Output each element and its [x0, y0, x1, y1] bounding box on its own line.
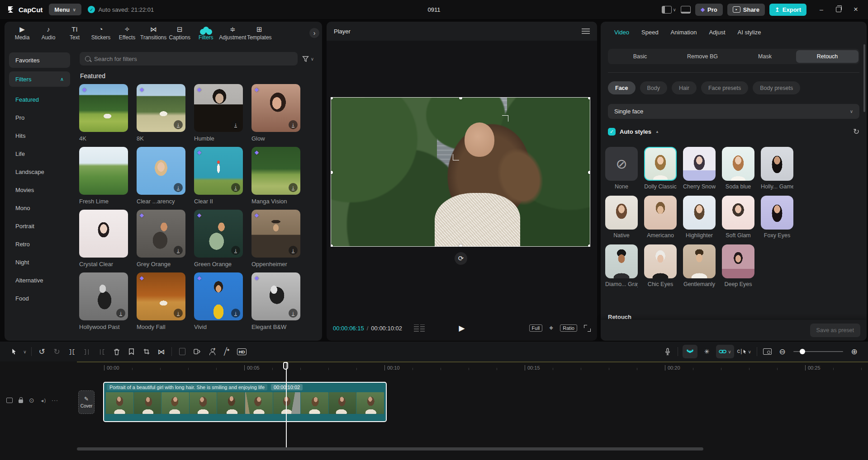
resize-handle[interactable] — [331, 171, 333, 174]
delete-right-button[interactable]: |[ — [94, 345, 109, 358]
filter-card[interactable]: ◆ ↓ 8K — [137, 84, 185, 142]
ai-magic-button[interactable]: ╱✦ — [219, 345, 234, 358]
edit-cover-button[interactable]: ✎ Cover — [78, 390, 95, 414]
style-card[interactable]: ⊘ Diamo... Gray — [605, 244, 638, 287]
retouch-chip[interactable]: Body — [640, 81, 668, 94]
more-options-icon[interactable]: ··· — [52, 397, 58, 404]
sidebar-category-item[interactable]: Featured — [5, 90, 74, 108]
ribbon-expand-button[interactable]: › — [309, 28, 319, 38]
scrollbar[interactable] — [863, 44, 865, 112]
minimize-button[interactable]: – — [814, 3, 829, 16]
filter-card[interactable]: ◆ ↓ Fresh Lime — [79, 147, 128, 205]
filter-card[interactable]: ◆ ↓ Manga Vision — [251, 147, 300, 205]
cursor-follow-button[interactable]: c| ∨ — [734, 345, 754, 358]
retouch-chip[interactable]: Face — [608, 81, 636, 94]
resize-handle[interactable] — [588, 244, 590, 247]
retouch-chip[interactable]: Body presets — [753, 81, 800, 94]
timeline-zoom-slider[interactable] — [793, 351, 843, 352]
style-card[interactable]: ⊘ Cherry Snow — [683, 147, 716, 190]
filter-card[interactable]: ◆ ↓ Oppenheimer — [251, 210, 300, 268]
playhead-handle[interactable] — [283, 362, 288, 370]
filter-card[interactable]: ◆ ↓ Grey Orange — [137, 210, 185, 268]
sidebar-category-item[interactable]: Mono — [5, 199, 74, 217]
filter-card[interactable]: ◆ ↓ 4K — [79, 84, 128, 142]
filter-card[interactable]: ◆ ↓ Vivid — [194, 272, 243, 330]
play-button[interactable]: ▶ — [459, 324, 465, 333]
mute-icon[interactable]: ◄) — [40, 397, 46, 404]
reset-icon[interactable]: ↺ — [853, 127, 859, 136]
subtab[interactable]: Mask — [734, 50, 796, 63]
sidebar-category-item[interactable]: Life — [5, 145, 74, 163]
save-as-preset-button[interactable]: Save as preset — [810, 324, 860, 337]
ribbon-tab[interactable]: ⊞ Templates — [246, 25, 272, 41]
delete-button[interactable] — [109, 345, 124, 358]
property-tab[interactable]: Video — [614, 29, 629, 36]
resize-handle[interactable] — [588, 171, 590, 174]
ribbon-tab[interactable]: ⋈ Transitions — [140, 25, 166, 41]
ribbon-tab[interactable]: ≑ Adjustment — [219, 25, 246, 41]
auto-styles-checkbox[interactable]: ✓ — [608, 128, 616, 136]
ribbon-tab[interactable]: ♪ Audio — [35, 25, 62, 41]
property-tab[interactable]: Animation — [671, 29, 697, 36]
voiceover-button[interactable] — [660, 345, 675, 358]
subtab[interactable]: Retouch — [796, 50, 859, 63]
link-clips-button[interactable]: ∨ — [716, 345, 734, 358]
filter-card[interactable]: ◆ ↓ Clear ...arency — [137, 147, 185, 205]
auto-spacing-button[interactable]: ✳ — [699, 345, 714, 358]
ribbon-tab[interactable]: ✧ Effects — [114, 25, 140, 41]
ribbon-tab[interactable]: ⊟ Captions — [166, 25, 193, 41]
filter-card[interactable]: ◆ ↓ Elegant B&W — [251, 272, 300, 330]
ratio-button[interactable]: Ratio — [560, 324, 577, 332]
ribbon-tab[interactable]: Filters — [193, 25, 219, 41]
sidebar-category-item[interactable]: Portrait — [5, 217, 74, 235]
sidebar-category-item[interactable]: Night — [5, 253, 74, 271]
style-card[interactable]: ⊘ Highlighter — [683, 196, 716, 239]
timeline-ruler[interactable]: 00:0000:0500:1000:1500:2000:25 — [77, 362, 868, 375]
filter-card[interactable]: ◆ ↓ Crystal Clear — [79, 210, 128, 268]
undo-button[interactable]: ↺ — [34, 345, 49, 358]
ribbon-tab[interactable]: ◔ Stickers — [88, 25, 114, 41]
filter-card[interactable]: ◆ ↓ Clear II — [194, 147, 243, 205]
filter-card[interactable]: ◆ ↓ Hollywood Past — [79, 272, 128, 330]
zoom-out-button[interactable]: ⊖ — [775, 345, 790, 358]
subtab[interactable]: Remove BG — [671, 50, 734, 63]
main-track-icon[interactable] — [6, 398, 13, 403]
split-button[interactable]: ][ — [64, 345, 79, 358]
style-card[interactable]: ⊘ Soda blue — [722, 147, 754, 190]
style-card[interactable]: ⊘ Soft Glam — [722, 196, 754, 239]
player-menu-icon[interactable] — [582, 28, 590, 34]
filter-card[interactable]: ◆ ↓ Moody Fall — [137, 272, 185, 330]
share-button[interactable]: ▸ Share — [727, 4, 765, 16]
fullscreen-icon[interactable] — [584, 325, 591, 332]
redo-button[interactable]: ↻ — [49, 345, 64, 358]
video-canvas[interactable] — [331, 97, 590, 247]
preview-quality-button[interactable] — [760, 345, 775, 358]
sidebar-category-item[interactable]: Retro — [5, 235, 74, 253]
style-card[interactable]: ⊘ Gentlemanly — [683, 244, 716, 287]
subtab[interactable]: Basic — [609, 50, 671, 63]
sidebar-category-item[interactable]: Movies — [5, 181, 74, 199]
visibility-icon[interactable]: ⊙ — [29, 397, 34, 404]
filter-card[interactable]: ◆ ↓ Glow — [251, 84, 300, 142]
close-button[interactable]: × — [848, 3, 863, 16]
horizontal-scrollbar[interactable] — [77, 447, 703, 451]
filter-card[interactable]: ◆ ↓ Green Orange — [194, 210, 243, 268]
rotate-button[interactable]: ⟳ — [455, 252, 467, 265]
zoom-in-button[interactable]: ⊕ — [847, 345, 862, 358]
sidebar-category-item[interactable]: Alternative — [5, 271, 74, 289]
filter-card[interactable]: ◆ ↓ Humble — [194, 84, 243, 142]
zoom-fit-icon[interactable]: ⌖ — [549, 324, 553, 332]
resize-handle[interactable] — [331, 244, 333, 247]
style-card[interactable]: ⊘ Holly... Game — [761, 147, 793, 190]
preview-strip-icon[interactable] — [414, 324, 425, 332]
sidebar-category-item[interactable]: Hits — [5, 127, 74, 145]
resize-handle[interactable] — [588, 97, 590, 99]
face-select-dropdown[interactable]: Single face ∨ — [608, 104, 859, 119]
collapse-icon[interactable]: ▲ — [655, 130, 659, 134]
slider-knob[interactable] — [800, 349, 805, 354]
pointer-cursor-button[interactable] — [6, 345, 21, 358]
filter-sort-button[interactable]: ∨ — [302, 56, 314, 62]
sidebar-item-favorites[interactable]: Favorites — [9, 52, 70, 68]
maximize-button[interactable] — [831, 3, 846, 16]
lock-icon[interactable] — [19, 399, 23, 403]
